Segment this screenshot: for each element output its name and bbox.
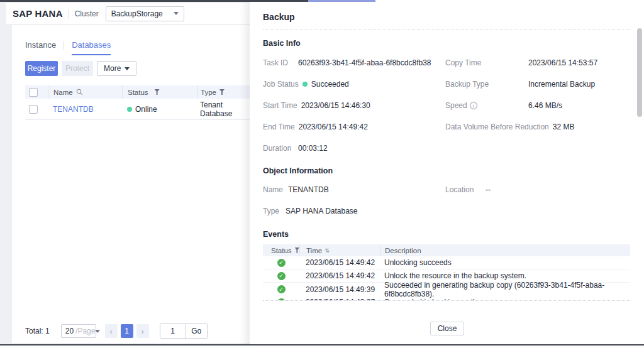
title-divider — [263, 29, 630, 30]
events-table: Status Time ⇅ Description ✓ 2023/06/15 1… — [263, 244, 630, 301]
events-rows-clip: ✓ 2023/06/15 14:49:42 Unlocking succeeds… — [263, 256, 630, 301]
speed-field: Speed i 6.46 MB/s — [445, 101, 630, 110]
tab-databases[interactable]: Databases — [72, 40, 111, 55]
cluster-dropdown-value: BackupStorage — [111, 9, 163, 18]
name-column-header: Name — [48, 85, 122, 99]
events-description-column-header: Description — [380, 244, 630, 256]
browser-chrome-top — [0, 0, 308, 2]
event-row: ✓ 2023/06/15 14:49:39 Succeeded in gener… — [263, 283, 630, 296]
app-header: SAP HANA Cluster BackupStorage — [6, 3, 250, 24]
check-icon: ✓ — [277, 272, 286, 280]
job-status-field: Job Status Succeeded — [263, 80, 445, 89]
end-time-field: End Time 2023/06/15 14:49:42 — [263, 122, 445, 131]
header-divider — [69, 9, 69, 19]
browser-chrome-bottom-gap — [0, 345, 644, 348]
filter-icon[interactable] — [295, 247, 299, 253]
filter-icon[interactable] — [219, 89, 225, 95]
page-size-suffix: /Page — [75, 327, 95, 335]
panel-title: Backup — [263, 0, 630, 22]
tab-instance[interactable]: Instance — [25, 40, 56, 54]
task-id-field: Task ID 60263f93-3b41-4f5f-abaa-6f8bcdc8… — [263, 58, 445, 67]
page: SAP HANA Cluster BackupStorage Instance … — [0, 0, 644, 348]
backup-detail-panel: Backup Basic Info Task ID 60263f93-3b41-… — [250, 0, 644, 348]
status-column-header: Status — [122, 85, 197, 99]
object-location-field: Location -- — [445, 185, 630, 194]
sort-icon[interactable]: ⇅ — [325, 247, 330, 254]
events-heading: Events — [263, 230, 630, 239]
events-table-header: Status Time ⇅ Description — [263, 244, 630, 256]
scrollbar[interactable] — [637, 28, 642, 117]
basic-info-section: Task ID 60263f93-3b41-4f5f-abaa-6f8bcdc8… — [263, 58, 630, 153]
type-cell: Tenant Database — [197, 101, 250, 118]
type-column-header: Type — [197, 85, 250, 99]
browser-chrome-top-accent — [308, 0, 375, 2]
toolbar: Register Protect More — [25, 61, 136, 76]
basic-info-heading: Basic Info — [263, 39, 630, 48]
object-info-section: Name TENANTDB Location -- Type SAP HANA … — [263, 185, 630, 215]
chevron-down-icon — [174, 12, 179, 15]
close-button[interactable]: Close — [430, 322, 464, 335]
object-info-heading: Object Information — [263, 166, 630, 175]
databases-table: Name Status Type — [25, 85, 250, 120]
goto-page-input[interactable] — [160, 324, 186, 338]
duration-field: Duration 00:03:12 — [263, 144, 445, 153]
search-icon[interactable] — [76, 89, 83, 95]
goto-page-group: Go — [160, 324, 208, 339]
more-button[interactable]: More — [97, 61, 136, 76]
tab-separator — [64, 41, 64, 50]
data-volume-field: Data Volume Before Reduction 32 MB — [445, 122, 630, 131]
events-time-column-header: Time ⇅ — [299, 244, 380, 256]
status-dot-icon — [303, 82, 308, 87]
cluster-dropdown[interactable]: BackupStorage — [106, 6, 184, 21]
chevron-down-icon — [125, 67, 130, 70]
check-icon: ✓ — [277, 259, 286, 267]
protect-button[interactable]: Protect — [62, 61, 93, 76]
tab-bar: Instance Databases — [25, 40, 111, 55]
filter-icon[interactable] — [155, 89, 160, 95]
row-checkbox[interactable] — [29, 105, 38, 114]
object-name-field: Name TENANTDB — [263, 185, 445, 194]
backup-detail-content: Backup Basic Info Task ID 60263f93-3b41-… — [263, 0, 630, 301]
start-time-field: Start Time 2023/06/15 14:46:30 — [263, 101, 445, 110]
events-status-column-header: Status — [263, 247, 299, 254]
copy-time-field: Copy Time 2023/06/15 14:53:57 — [445, 58, 630, 67]
register-button[interactable]: Register — [25, 61, 58, 76]
status-text: Online — [135, 105, 157, 114]
select-all-checkbox[interactable] — [29, 88, 38, 97]
go-button[interactable]: Go — [186, 324, 207, 338]
page-number-button[interactable]: 1 — [121, 324, 133, 338]
table-header: Name Status Type — [25, 85, 250, 99]
status-dot-icon — [127, 107, 132, 112]
more-button-label: More — [104, 64, 121, 73]
next-page-button[interactable]: › — [136, 324, 149, 338]
cluster-label: Cluster — [75, 9, 99, 18]
brand-title: SAP HANA — [13, 8, 63, 19]
pagination: Total: 1 20 /Page ‹ 1 › Go — [25, 324, 208, 339]
object-type-field: Type SAP HANA Database — [263, 207, 445, 215]
status-badge: Online — [122, 105, 197, 114]
event-row: ✓ 2023/06/15 14:49:42 Unlocking succeeds — [263, 256, 630, 269]
left-panel: SAP HANA Cluster BackupStorage Instance … — [0, 0, 250, 348]
check-icon: ✓ — [277, 285, 286, 293]
table-row[interactable]: TENANTDB Online Tenant Database — [25, 99, 250, 120]
prev-page-button[interactable]: ‹ — [105, 324, 118, 338]
page-size-value: 20 — [65, 327, 74, 335]
database-name-link[interactable]: TENANTDB — [53, 105, 94, 114]
check-icon: ✓ — [277, 298, 286, 302]
backup-type-field: Backup Type Incremental Backup — [445, 80, 630, 89]
page-size-select[interactable]: 20 /Page — [61, 324, 96, 338]
info-icon[interactable]: i — [470, 102, 477, 109]
chevron-down-icon — [95, 330, 100, 333]
total-count: Total: 1 — [25, 327, 50, 335]
databases-card: Instance Databases Register Protect More… — [12, 25, 250, 343]
browser-chrome-bottom — [0, 344, 644, 345]
